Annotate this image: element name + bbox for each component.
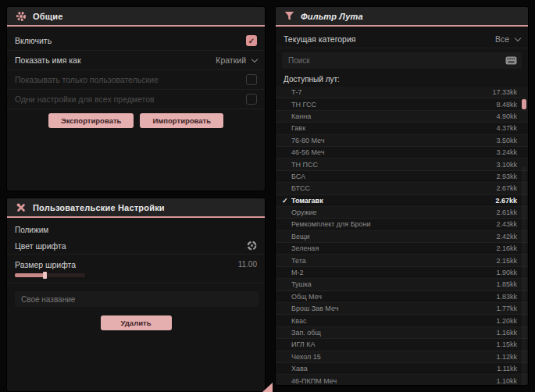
category-value: Все (495, 34, 509, 44)
custom-settings-header[interactable]: Пользовательские Настройки (7, 198, 265, 218)
loot-item-name: Канна (291, 112, 496, 120)
loot-item-name: Тета (291, 257, 496, 265)
loot-row[interactable]: 46-56 Меч 3.24kk (276, 147, 528, 159)
loot-item-value: 4.37kk (496, 124, 517, 132)
search-row (282, 52, 522, 69)
font-size-slider-fill (15, 273, 45, 277)
loot-item-value: 2.42kk (496, 233, 517, 241)
loot-row[interactable]: Оружие 2.61kk (276, 207, 528, 219)
chevron-down-icon (515, 34, 521, 41)
loot-item-value: 1.15kk (496, 340, 517, 348)
check-icon: ✓ (282, 197, 291, 205)
delete-button[interactable]: Удалить (101, 315, 172, 330)
loot-row[interactable]: БТСС 2.67kk (276, 183, 528, 194)
only-custom-row[interactable]: Показывать только пользовательские (7, 70, 265, 90)
loot-row[interactable]: Зеленая 2.16kk (276, 243, 528, 255)
loot-item-name: Т-7 (291, 88, 492, 96)
loot-row[interactable]: БСА 2.93kk (276, 171, 528, 183)
loot-list: Т-7 17.33kk ТН ГСС 8.48kk Канна 4.90kk Г… (276, 87, 528, 386)
enable-row[interactable]: Включить ✓ (7, 31, 265, 51)
loot-item-value: 1.85kk (496, 280, 517, 288)
chevron-down-icon (251, 55, 258, 62)
loot-item-name: 76-80 Меч (291, 137, 496, 144)
keyboard-icon[interactable] (505, 56, 517, 65)
loot-row[interactable]: 46-ПКПМ Меч 1.10kk (276, 375, 528, 386)
loot-row[interactable]: ТН ГСС 8.48kk (276, 98, 528, 110)
loot-row[interactable]: Т-7 17.33kk (276, 87, 528, 98)
loot-item-name: М-2 (291, 269, 496, 276)
display-name-row: Показать имя как Краткий (7, 51, 265, 70)
loot-row[interactable]: Вещи 2.42kk (276, 231, 528, 243)
loot-row[interactable]: 76-80 Меч 3.50kk (276, 135, 528, 147)
loot-item-value: 2.15kk (496, 257, 517, 265)
category-label: Текущая категория (284, 34, 356, 44)
loot-item-name: 46-ПКПМ Меч (291, 377, 496, 385)
loot-item-name: БСА (291, 173, 496, 180)
loot-item-name: БТСС (291, 184, 496, 192)
import-button[interactable]: Импортировать (140, 113, 223, 128)
loot-item-value: 1.77kk (496, 305, 517, 312)
loot-item-name: Тушка (291, 280, 496, 288)
loot-item-value: 8.48kk (496, 101, 517, 109)
scrollbar-track[interactable] (522, 166, 526, 386)
display-name-dropdown[interactable]: Краткий (216, 55, 257, 65)
category-dropdown[interactable]: Все (495, 34, 520, 44)
custom-name-input[interactable] (15, 291, 259, 307)
general-panel-title: Общие (33, 12, 63, 21)
same-settings-row[interactable]: Одни настройки для всех предметов (7, 90, 265, 109)
loot-filter-title: Фильтр Лута (301, 12, 363, 21)
loot-filter-header[interactable]: Фильтр Лута (276, 7, 528, 27)
resize-grip[interactable] (262, 383, 273, 392)
font-color-label: Цвет шрифта (15, 241, 66, 251)
loot-row[interactable]: ТН ПСС 3.10kk (276, 159, 528, 170)
loot-row[interactable]: Тушка 1.85kk (276, 279, 528, 290)
same-settings-label: Одни настройки для всех предметов (15, 94, 155, 104)
loot-item-value: 2.43kk (496, 220, 517, 228)
loot-row[interactable]: Общ Меч 1.83kk (276, 291, 528, 303)
loot-item-value: 1.12kk (496, 353, 517, 361)
export-button[interactable]: Экспортировать (48, 113, 134, 128)
loot-item-value: 3.50kk (496, 137, 517, 144)
loot-item-value: 1.90kk (496, 269, 517, 276)
loot-row[interactable]: Квас 1.20kk (276, 315, 528, 326)
loot-row[interactable]: Ремкомплект для Брони 2.43kk (276, 219, 528, 230)
general-panel-header[interactable]: Общие (7, 7, 265, 27)
selected-item-name: Полижим (7, 218, 265, 237)
funnel-icon (284, 11, 294, 21)
only-custom-checkbox[interactable] (246, 74, 257, 85)
loot-item-value: 2.16kk (496, 244, 517, 252)
gear-icon (16, 11, 27, 22)
loot-item-name: Чехол 15 (291, 353, 496, 361)
loot-row[interactable]: ✓ Томагавк 2.67kk (276, 195, 528, 207)
loot-item-value: 1.16kk (496, 329, 517, 337)
loot-item-name: Квас (291, 317, 496, 325)
palette-icon[interactable] (247, 241, 257, 251)
loot-row[interactable]: М-2 1.90kk (276, 267, 528, 279)
loot-row[interactable]: Чехол 15 1.12kk (276, 351, 528, 363)
loot-item-value: 1.20kk (496, 317, 517, 325)
only-custom-label: Показывать только пользовательские (15, 75, 159, 84)
loot-item-value: 17.33kk (492, 88, 517, 96)
font-size-slider-handle[interactable] (43, 272, 47, 279)
loot-row[interactable]: Хава 1.11kk (276, 363, 528, 375)
display-name-label: Показать имя как (15, 55, 81, 65)
loot-item-name: Хава (291, 365, 497, 372)
loot-item-name: Вещи (291, 233, 496, 241)
font-size-label: Размер шрифта (15, 260, 76, 269)
loot-row[interactable]: Брош Зав Меч 1.77kk (276, 303, 528, 315)
font-color-row[interactable]: Цвет шрифта (7, 237, 265, 255)
loot-row[interactable]: ИГЛ КА 1.15kk (276, 339, 528, 351)
loot-row[interactable]: Зап. общ 1.16kk (276, 327, 528, 339)
enable-checkbox[interactable]: ✓ (246, 35, 257, 46)
search-input[interactable] (288, 56, 501, 65)
loot-item-value: 1.11kk (497, 365, 517, 372)
loot-item-name: Ремкомплект для Брони (291, 220, 496, 228)
scrollbar-thumb[interactable] (522, 99, 526, 109)
enable-label: Включить (15, 36, 52, 45)
loot-row[interactable]: Гавк 4.37kk (276, 123, 528, 134)
loot-row[interactable]: Канна 4.90kk (276, 111, 528, 123)
font-size-slider[interactable] (15, 273, 85, 277)
loot-item-value: 3.10kk (496, 161, 517, 169)
same-settings-checkbox[interactable] (246, 94, 257, 105)
loot-row[interactable]: Тета 2.15kk (276, 255, 528, 266)
